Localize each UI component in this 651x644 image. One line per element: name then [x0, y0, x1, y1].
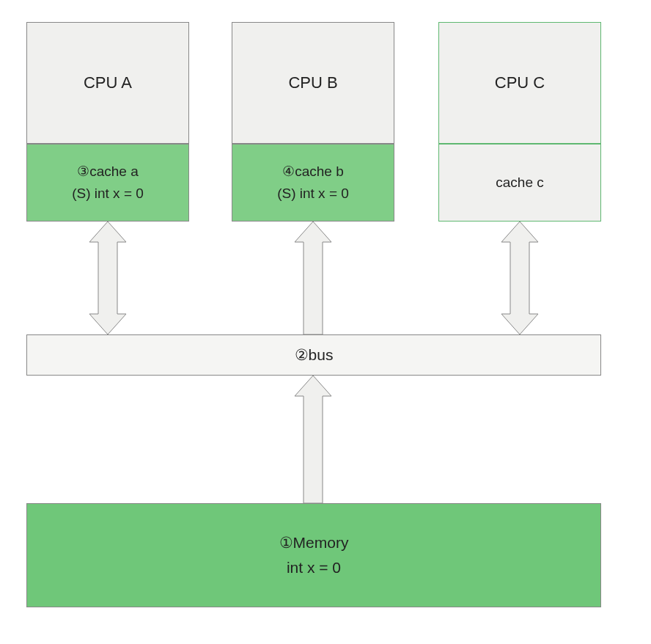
arrow-bus-memory — [290, 376, 336, 503]
cache-c-title: cache c — [496, 172, 543, 194]
cache-b-content: (S) int x = 0 — [277, 183, 349, 205]
cache-c-box: cache c — [438, 144, 601, 222]
cache-a-title: ③cache a — [77, 161, 139, 183]
cpu-b-label: CPU B — [288, 73, 337, 92]
cache-a-box: ③cache a (S) int x = 0 — [26, 144, 189, 222]
cache-b-title: ④cache b — [282, 161, 344, 183]
svg-marker-3 — [295, 376, 331, 503]
cpu-c-label: CPU C — [495, 73, 545, 92]
cpu-a-box: CPU A — [26, 22, 189, 144]
arrow-cache-c-bus — [497, 222, 542, 334]
cpu-c-box: CPU C — [438, 22, 601, 144]
cache-b-box: ④cache b (S) int x = 0 — [232, 144, 394, 222]
memory-title: ①Memory — [279, 530, 349, 555]
memory-box: ①Memory int x = 0 — [26, 503, 601, 607]
bus-label: ②bus — [295, 346, 334, 364]
svg-marker-2 — [501, 222, 538, 334]
svg-marker-0 — [89, 222, 126, 334]
arrow-cache-b-bus — [290, 222, 336, 334]
cache-a-content: (S) int x = 0 — [72, 183, 144, 205]
cpu-b-box: CPU B — [232, 22, 394, 144]
arrow-cache-a-bus — [85, 222, 130, 334]
cpu-a-label: CPU A — [84, 73, 132, 92]
bus-box: ②bus — [26, 334, 601, 376]
svg-marker-1 — [295, 222, 331, 334]
memory-content: int x = 0 — [287, 555, 341, 580]
